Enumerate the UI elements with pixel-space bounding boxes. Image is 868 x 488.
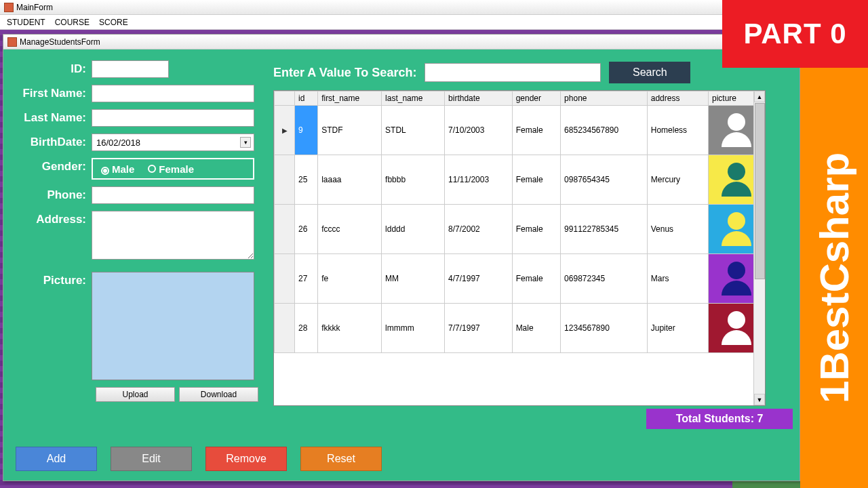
cell-last_name[interactable]: ldddd bbox=[382, 205, 445, 254]
phone-label: Phone: bbox=[16, 186, 92, 202]
lastname-input[interactable] bbox=[92, 109, 254, 127]
table-row[interactable]: 9STDFSTDL7/10/2003Female685234567890Home… bbox=[275, 106, 765, 155]
search-label: Enter A Value To Search: bbox=[273, 66, 416, 80]
cell-address[interactable]: Mars bbox=[647, 254, 708, 304]
cell-phone[interactable]: 0987654345 bbox=[561, 155, 648, 205]
cell-address[interactable]: Venus bbox=[647, 205, 708, 254]
cell-last_name[interactable]: STDL bbox=[382, 106, 445, 155]
overlay-part-badge: PART 0 bbox=[722, 0, 868, 68]
row-header[interactable] bbox=[275, 304, 295, 353]
row-header[interactable] bbox=[275, 254, 295, 304]
col-id[interactable]: id bbox=[295, 92, 318, 106]
main-title: MainForm bbox=[16, 3, 53, 12]
row-header[interactable] bbox=[275, 106, 295, 155]
action-buttons: Add Edit Remove Reset bbox=[16, 447, 382, 471]
table-row[interactable]: 25laaaafbbbb11/11/2003Female0987654345Me… bbox=[275, 155, 765, 205]
grid-scrollbar[interactable]: ▲ ▼ bbox=[753, 91, 765, 405]
cell-gender[interactable]: Female bbox=[512, 106, 560, 155]
cell-first_name[interactable]: STDF bbox=[318, 106, 382, 155]
search-button[interactable]: Search bbox=[609, 62, 690, 83]
form-icon bbox=[4, 3, 14, 12]
cell-first_name[interactable]: fkkkk bbox=[318, 304, 382, 353]
cell-last_name[interactable]: MM bbox=[382, 254, 445, 304]
scroll-up-icon[interactable]: ▲ bbox=[754, 91, 765, 102]
child-titlebar[interactable]: ManageStudentsForm bbox=[3, 35, 800, 49]
cell-address[interactable]: Jupiter bbox=[647, 304, 708, 353]
birthdate-label: BirthDate: bbox=[16, 134, 92, 149]
picture-box[interactable] bbox=[92, 272, 254, 380]
reset-button[interactable]: Reset bbox=[300, 447, 382, 471]
scroll-thumb[interactable] bbox=[755, 103, 765, 279]
edit-button[interactable]: Edit bbox=[111, 447, 192, 471]
cell-id[interactable]: 26 bbox=[295, 205, 318, 254]
menu-course[interactable]: COURSE bbox=[55, 18, 90, 27]
students-grid[interactable]: idfirst_namelast_namebirthdategenderphon… bbox=[273, 90, 766, 406]
cell-phone[interactable]: 685234567890 bbox=[561, 106, 648, 155]
gender-group: Male Female bbox=[92, 158, 254, 180]
cell-id[interactable]: 28 bbox=[295, 304, 318, 353]
row-header[interactable] bbox=[275, 155, 295, 205]
cell-gender[interactable]: Female bbox=[512, 205, 560, 254]
cell-gender[interactable]: Female bbox=[512, 254, 560, 304]
download-button[interactable]: Download bbox=[179, 387, 258, 402]
lastname-label: Last Name: bbox=[16, 109, 92, 125]
chevron-down-icon[interactable]: ▾ bbox=[240, 137, 251, 148]
gender-female-radio[interactable]: Female bbox=[148, 163, 194, 175]
scroll-down-icon[interactable]: ▼ bbox=[754, 394, 765, 405]
cell-birthdate[interactable]: 8/7/2002 bbox=[445, 205, 513, 254]
overlay-brand-badge: 1BestCsharp bbox=[800, 68, 868, 488]
phone-input[interactable] bbox=[92, 186, 254, 204]
cell-birthdate[interactable]: 11/11/2003 bbox=[445, 155, 513, 205]
menu-score[interactable]: SCORE bbox=[99, 18, 128, 27]
cell-birthdate[interactable]: 7/10/2003 bbox=[445, 106, 513, 155]
cell-last_name[interactable]: fbbbb bbox=[382, 155, 445, 205]
form-icon bbox=[7, 37, 17, 47]
mdi-area: ManageStudentsForm ID: First Name: Last … bbox=[0, 30, 732, 488]
add-button[interactable]: Add bbox=[16, 447, 97, 471]
search-bar: Enter A Value To Search: Search bbox=[273, 62, 690, 83]
cell-first_name[interactable]: fcccc bbox=[318, 205, 382, 254]
row-header[interactable] bbox=[275, 205, 295, 254]
cell-address[interactable]: Mercury bbox=[647, 155, 708, 205]
cell-last_name[interactable]: lmmmm bbox=[382, 304, 445, 353]
birthdate-picker[interactable]: 16/02/2018 ▾ bbox=[92, 134, 254, 151]
remove-button[interactable]: Remove bbox=[205, 447, 287, 471]
cell-gender[interactable]: Male bbox=[512, 304, 560, 353]
id-input[interactable] bbox=[92, 60, 169, 78]
col-gender[interactable]: gender bbox=[512, 92, 560, 106]
id-label: ID: bbox=[16, 60, 92, 76]
cell-id[interactable]: 25 bbox=[295, 155, 318, 205]
main-titlebar[interactable]: MainForm bbox=[0, 0, 732, 15]
form-panel: ID: First Name: Last Name: BirthDate: bbox=[16, 60, 267, 402]
table-row[interactable]: 27feMM4/7/1997Female069872345Mars bbox=[275, 254, 765, 304]
main-window: MainForm STUDENT COURSE SCORE ManageStud… bbox=[0, 0, 732, 488]
cell-id[interactable]: 27 bbox=[295, 254, 318, 304]
col-address[interactable]: address bbox=[647, 92, 708, 106]
gender-label: Gender: bbox=[16, 158, 92, 174]
col-phone[interactable]: phone bbox=[561, 92, 648, 106]
birthdate-value: 16/02/2018 bbox=[96, 138, 140, 148]
menu-student[interactable]: STUDENT bbox=[7, 18, 45, 27]
cell-phone[interactable]: 1234567890 bbox=[561, 304, 648, 353]
search-input[interactable] bbox=[425, 63, 601, 82]
col-last_name[interactable]: last_name bbox=[382, 92, 445, 106]
upload-button[interactable]: Upload bbox=[96, 387, 175, 402]
picture-label: Picture: bbox=[16, 272, 92, 287]
firstname-input[interactable] bbox=[92, 85, 254, 102]
col-birthdate[interactable]: birthdate bbox=[445, 92, 513, 106]
cell-birthdate[interactable]: 4/7/1997 bbox=[445, 254, 513, 304]
cell-first_name[interactable]: laaaa bbox=[318, 155, 382, 205]
cell-gender[interactable]: Female bbox=[512, 155, 560, 205]
cell-id[interactable]: 9 bbox=[295, 106, 318, 155]
cell-phone[interactable]: 069872345 bbox=[561, 254, 648, 304]
menubar: STUDENT COURSE SCORE bbox=[0, 15, 732, 30]
col-first_name[interactable]: first_name bbox=[318, 92, 382, 106]
cell-first_name[interactable]: fe bbox=[318, 254, 382, 304]
address-input[interactable] bbox=[92, 211, 254, 260]
gender-male-radio[interactable]: Male bbox=[101, 163, 134, 175]
table-row[interactable]: 28fkkkklmmmm7/7/1997Male1234567890Jupite… bbox=[275, 304, 765, 353]
cell-birthdate[interactable]: 7/7/1997 bbox=[445, 304, 513, 353]
table-row[interactable]: 26fccccldddd8/7/2002Female991122785345Ve… bbox=[275, 205, 765, 254]
cell-address[interactable]: Homeless bbox=[647, 106, 708, 155]
cell-phone[interactable]: 991122785345 bbox=[561, 205, 648, 254]
